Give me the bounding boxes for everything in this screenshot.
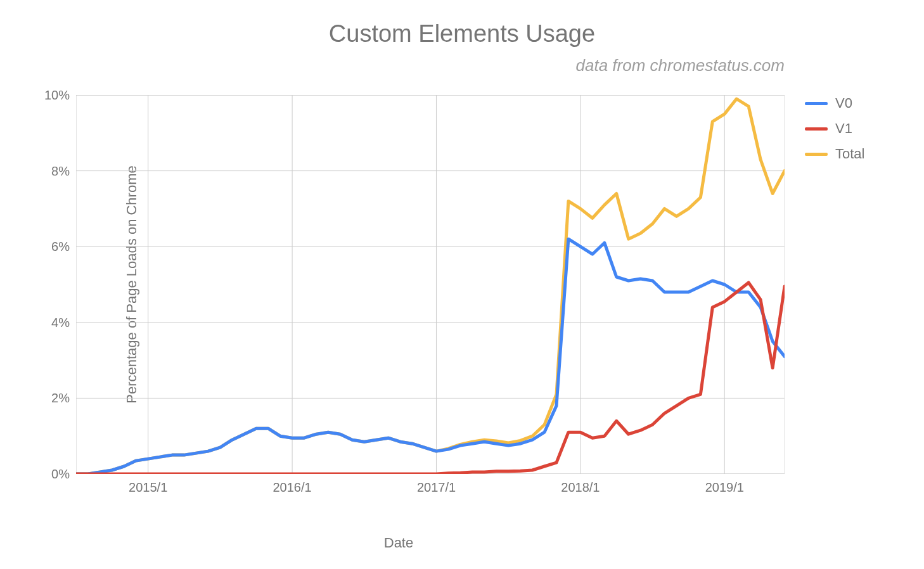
legend-swatch-total	[805, 153, 828, 156]
y-tick-label: 2%	[32, 391, 70, 406]
legend-item-v0: V0	[805, 95, 864, 112]
legend-label: V1	[835, 120, 852, 137]
x-tick-label: 2018/1	[561, 480, 600, 495]
chart-title: Custom Elements Usage	[0, 20, 924, 48]
chart-svg	[76, 95, 785, 474]
x-tick-label: 2015/1	[129, 480, 167, 495]
chart-subtitle: data from chromestatus.com	[0, 56, 785, 75]
series-line-total	[76, 99, 785, 474]
y-tick-label: 6%	[32, 240, 70, 254]
chart-container: Custom Elements Usage data from chromest…	[0, 0, 924, 569]
x-axis-label: Date	[0, 535, 797, 551]
y-tick-label: 4%	[32, 315, 70, 329]
legend-item-total: Total	[805, 146, 864, 162]
x-tick-label: 2019/1	[705, 480, 744, 495]
legend-label: Total	[835, 146, 864, 162]
legend-swatch-v1	[805, 127, 828, 131]
y-tick-label: 0%	[32, 467, 70, 482]
y-tick-label: 8%	[32, 163, 70, 178]
legend-item-v1: V1	[805, 120, 864, 137]
y-tick-label: 10%	[32, 88, 70, 103]
series-line-v1	[76, 283, 785, 474]
x-tick-label: 2016/1	[273, 480, 311, 495]
plot-area: 0%2%4%6%8%10% 2015/12016/12017/12018/120…	[76, 95, 785, 474]
svg-rect-11	[76, 95, 785, 474]
x-tick-label: 2017/1	[417, 480, 456, 495]
legend-swatch-v0	[805, 102, 828, 105]
legend: V0 V1 Total	[805, 95, 864, 171]
legend-label: V0	[835, 95, 852, 112]
series-line-v0	[76, 239, 785, 474]
